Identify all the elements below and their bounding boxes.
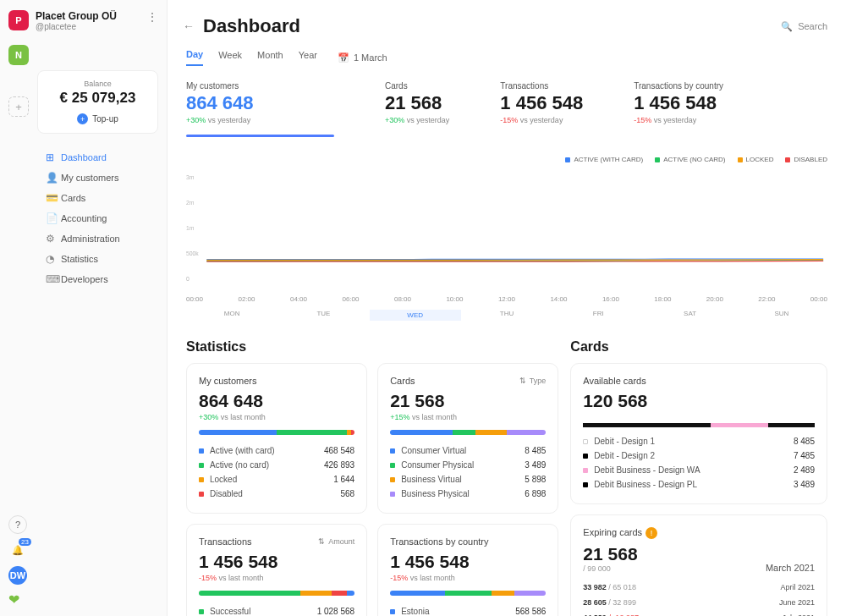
day-wed[interactable]: WED (370, 310, 461, 321)
topup-button[interactable]: + Top-up (47, 113, 149, 124)
sidebar-item-my-customers[interactable]: 👤My customers (0, 168, 167, 188)
stat-row: Business Physical6 898 (390, 487, 546, 501)
sidebar-item-cards[interactable]: 💳Cards (0, 188, 167, 208)
sidebar: P Placet Group OÜ @placetee ⋮ N + Balanc… (0, 0, 168, 616)
sidebar-item-accounting[interactable]: 📄Accounting (0, 208, 167, 228)
svg-text:1m: 1m (186, 225, 195, 231)
svg-text:2m: 2m (186, 200, 195, 206)
sidebar-item-dashboard[interactable]: ⊞Dashboard (0, 147, 167, 168)
expiring-row: 33 982 / 65 018 April 2021 (583, 580, 815, 595)
kpi-row: My customers 864 648 +30% vs yesterday C… (186, 81, 827, 146)
sidebar-item-developers[interactable]: ⌨Developers (0, 269, 167, 289)
svg-text:500k: 500k (186, 250, 199, 256)
svg-text:3m: 3m (186, 174, 195, 180)
svg-text:0: 0 (186, 276, 190, 282)
company-name: Placet Group OÜ (36, 10, 117, 22)
main: ← Dashboard 🔍 Search DayWeekMonthYear📅1 … (168, 0, 846, 616)
tab-year[interactable]: Year (299, 50, 317, 65)
statistics-heading: Statistics (186, 339, 558, 355)
time-tabs: DayWeekMonthYear📅1 March (186, 49, 827, 66)
page-title: Dashboard (203, 15, 300, 37)
legend-item: ACTIVE (NO CARD) (655, 156, 725, 163)
card-design-row[interactable]: Debit Business - Design PL3 489 (583, 477, 815, 492)
stat-row: Consumer Physical3 489 (390, 458, 546, 472)
expiring-cards-card: Expiring cards! 21 568/ 99 000 March 202… (570, 514, 827, 616)
filter-icon: ⇅ (519, 377, 526, 385)
card-design-row[interactable]: Debit - Design 27 485 (583, 448, 815, 463)
nav-icon: 📄 (46, 212, 58, 224)
sidebar-item-statistics[interactable]: ◔Statistics (0, 249, 167, 269)
available-cards-card: Available cards 120 568 Debit - Design 1… (570, 363, 827, 504)
day-tue[interactable]: TUE (277, 310, 369, 321)
filter-icon: ⇅ (318, 537, 325, 546)
stat-row: Business Virtual5 898 (390, 472, 546, 487)
search-icon: 🔍 (781, 21, 793, 32)
notification-badge: 23 (19, 538, 31, 546)
cards-heading: Cards (570, 339, 827, 355)
day-fri[interactable]: FRI (552, 310, 644, 321)
company-menu-icon[interactable]: ⋮ (146, 10, 158, 24)
company-avatar[interactable]: P (8, 10, 29, 30)
nav-icon: ⊞ (46, 151, 54, 163)
stat-row: Active (with card)468 548 (199, 443, 354, 458)
stat-row: Successful1 028 568 (199, 604, 354, 616)
stat-row: Active (no card)426 893 (199, 458, 354, 472)
day-sun[interactable]: SUN (736, 310, 827, 321)
nav-icon: ◔ (46, 253, 54, 265)
tab-week[interactable]: Week (218, 50, 242, 65)
nav-icon: ⌨ (46, 273, 60, 285)
day-thu[interactable]: THU (461, 310, 552, 321)
stat-row: Consumer Virtual8 485 (390, 443, 546, 458)
tab-day[interactable]: Day (186, 49, 203, 66)
balance-card: Balance € 25 079,23 + Top-up (37, 70, 158, 134)
plus-icon: + (77, 113, 88, 124)
day-sat[interactable]: SAT (644, 310, 735, 321)
nav-icon: ⚙ (46, 233, 55, 245)
search-input[interactable]: 🔍 Search (781, 21, 827, 32)
user-avatar[interactable]: DW (8, 566, 27, 585)
kpi-my-customers[interactable]: My customers 864 648 +30% vs yesterday (186, 81, 334, 137)
back-arrow-icon[interactable]: ← (183, 19, 195, 33)
legend-item: LOCKED (738, 156, 774, 163)
nav-icon: 💳 (46, 192, 58, 204)
tab-month[interactable]: Month (257, 50, 283, 65)
stat-card-transactions: Transactions⇅ Amount 1 456 548 -15% vs l… (186, 524, 367, 616)
card-design-row[interactable]: Debit - Design 18 485 (583, 434, 815, 448)
warning-icon: ! (645, 527, 657, 539)
stat-card-cards: Cards⇅ Type 21 568 +15% vs last month Co… (377, 363, 558, 514)
kpi-transactions[interactable]: Transactions 1 456 548 -15% vs yesterday (500, 81, 583, 137)
cards-filter[interactable]: ⇅ Type (519, 377, 547, 385)
legend-item: DISABLED (785, 156, 827, 163)
expiring-row: 44 889 / -10 987 July 2021 (583, 610, 815, 616)
balance-amount: € 25 079,23 (47, 90, 149, 107)
stat-card-transactions-by-country: Transactions by country 1 456 548 -15% v… (377, 524, 558, 616)
help-icon[interactable]: ? (8, 515, 27, 534)
brand-leaf-icon: ❤ (8, 591, 158, 608)
transactions-filter[interactable]: ⇅ Amount (318, 537, 354, 546)
expiring-row: 28 605 / 32 899 June 2021 (583, 595, 815, 610)
calendar-icon: 📅 (338, 52, 349, 63)
kpi-cards[interactable]: Cards 21 568 +30% vs yesterday (385, 81, 449, 137)
company-handle: @placetee (36, 22, 117, 31)
sidebar-item-administration[interactable]: ⚙Administration (0, 228, 167, 249)
add-workspace-button[interactable]: + (8, 96, 29, 117)
secondary-avatar[interactable]: N (8, 45, 29, 65)
stat-card-customers: My customers 864 648 +30% vs last month … (186, 363, 367, 514)
balance-label: Balance (47, 80, 149, 88)
date-picker[interactable]: 📅1 March (338, 52, 387, 63)
card-design-row[interactable]: Debit Business - Design WA2 489 (583, 463, 815, 477)
legend-item: ACTIVE (WITH CARD) (565, 156, 643, 163)
kpi-transactions-by-country[interactable]: Transactions by country 1 456 548 -15% v… (634, 81, 723, 137)
nav-icon: 👤 (46, 172, 58, 184)
main-chart: ACTIVE (WITH CARD)ACTIVE (NO CARD)LOCKED… (186, 156, 827, 321)
stat-row: Locked1 644 (199, 472, 354, 487)
nav: ⊞Dashboard👤My customers💳Cards📄Accounting… (0, 144, 167, 293)
notifications-icon[interactable]: 🔔23 (8, 541, 27, 559)
stat-row: Disabled568 (199, 487, 354, 501)
stat-row: Estonia568 586 (390, 604, 546, 616)
day-mon[interactable]: MON (186, 310, 277, 321)
